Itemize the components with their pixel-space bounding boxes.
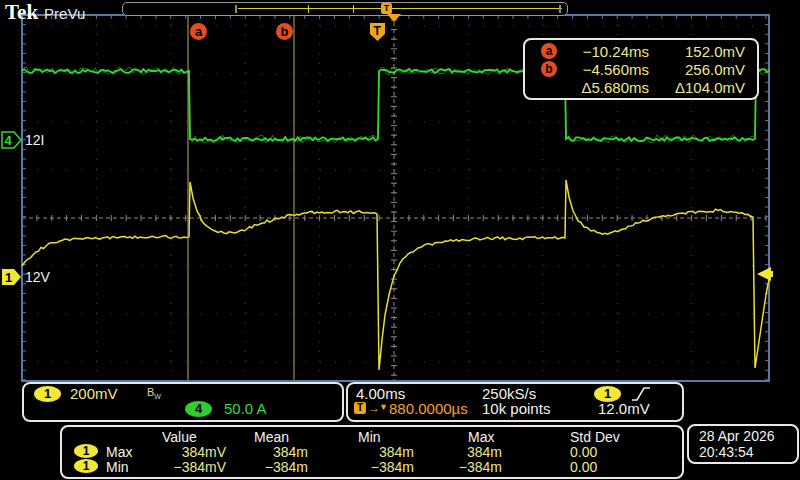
cursor-a-value: 152.0mV [655, 43, 745, 60]
trigger-record-icon: T [381, 3, 392, 14]
waveform-traces [22, 67, 770, 370]
ch1-badge: 1 [34, 386, 61, 402]
meas-header-stddev: Std Dev [570, 429, 620, 445]
meas-row1-min: 384m [334, 444, 414, 460]
tek-logo: Tek [5, 0, 38, 24]
window-bracket-right [559, 5, 561, 13]
trigger-delay-icon: T [354, 402, 366, 414]
svg-text:T: T [374, 24, 382, 38]
cursor-delta-time: Δ5.680ms [565, 79, 649, 96]
ch1-ground-marker: 1 [2, 269, 21, 285]
cursor-readout-box: a −10.24ms 152.0mV b −4.560ms 256.0mV Δ5… [523, 38, 759, 100]
record-view-bar: T [122, 2, 568, 16]
cursor-b-record-tick [353, 5, 354, 13]
meas-header-value: Value [162, 429, 197, 445]
oscilloscope-screen: 4 1 T TekPreVu T 12I 12V a b [0, 0, 800, 480]
ch4-ground-marker: 4 [2, 132, 21, 148]
trigger-level-arrow-icon [757, 267, 773, 281]
cursor-delta-value: Δ104.0mV [655, 79, 745, 96]
meas-row2-max: −384m [422, 459, 502, 475]
meas-row1-max: 384m [422, 444, 502, 460]
window-bracket-left [235, 5, 237, 13]
meas-row2-stddev: 0.00 [570, 459, 597, 475]
cursor-b-value: 256.0mV [655, 61, 745, 78]
acquisition-mode-label: PreVu [44, 5, 85, 22]
ch4-signal-label: 12I [25, 132, 44, 148]
meas-row1-stddev: 0.00 [570, 444, 597, 460]
cursor-a-badge: a [190, 23, 207, 40]
time-label: 20:43:54 [699, 444, 754, 460]
trigger-delay-time: 880.0000µs [389, 400, 468, 417]
trigger-position-badge: T [370, 23, 385, 41]
meas-row1-mean: 384m [228, 444, 308, 460]
svg-text:1: 1 [5, 270, 12, 285]
cursor-a-record-tick [308, 5, 309, 13]
meas-header-min: Min [358, 429, 381, 445]
meas-header-mean: Mean [254, 429, 289, 445]
meas-row1-value: 384mV [146, 444, 226, 460]
cursor-a-badge-small: a [541, 43, 557, 59]
meas-row2-name: Min [106, 459, 129, 475]
channel-readout-box: 1 200mV BW 4 50.0 A [22, 382, 344, 422]
horizontal-trigger-readout-box: 4.00ms 250kS/s 1 T → ▼ 880.0000µs 10k po… [346, 382, 684, 422]
ch4-scale: 50.0 A [224, 400, 267, 417]
measurements-box: Value Mean Min Max Std Dev 1 Max 384mV 3… [60, 425, 684, 479]
date-label: 28 Apr 2026 [699, 428, 775, 444]
ch4-badge: 4 [185, 401, 212, 417]
meas-row1-source-badge: 1 [74, 444, 98, 458]
meas-row2-source-badge: 1 [74, 459, 98, 473]
meas-row2-min: −384m [334, 459, 414, 475]
svg-text:4: 4 [5, 133, 13, 148]
cursor-b-time: −4.560ms [565, 61, 649, 78]
ch1-scale: 200mV [70, 385, 118, 402]
meas-row2-value: −384mV [146, 459, 226, 475]
ch1-signal-label: 12V [25, 269, 50, 285]
cursor-a-time: −10.24ms [565, 43, 649, 60]
logo-area: TekPreVu [5, 0, 85, 25]
trigger-position-triangle-icon [387, 14, 401, 22]
triangle-down-icon: ▼ [379, 402, 388, 412]
cursor-b-badge-small: b [541, 61, 557, 77]
record-waveform-line [238, 8, 562, 9]
trigger-level: 12.0mV [598, 400, 650, 417]
cursor-b-badge: b [276, 23, 293, 40]
meas-header-max: Max [468, 429, 494, 445]
meas-row2-mean: −384m [228, 459, 308, 475]
bandwidth-limit-icon: BW [147, 386, 161, 400]
record-length: 10k points [482, 400, 550, 417]
datetime-box: 28 Apr 2026 20:43:54 [687, 424, 799, 464]
meas-row1-name: Max [106, 444, 132, 460]
